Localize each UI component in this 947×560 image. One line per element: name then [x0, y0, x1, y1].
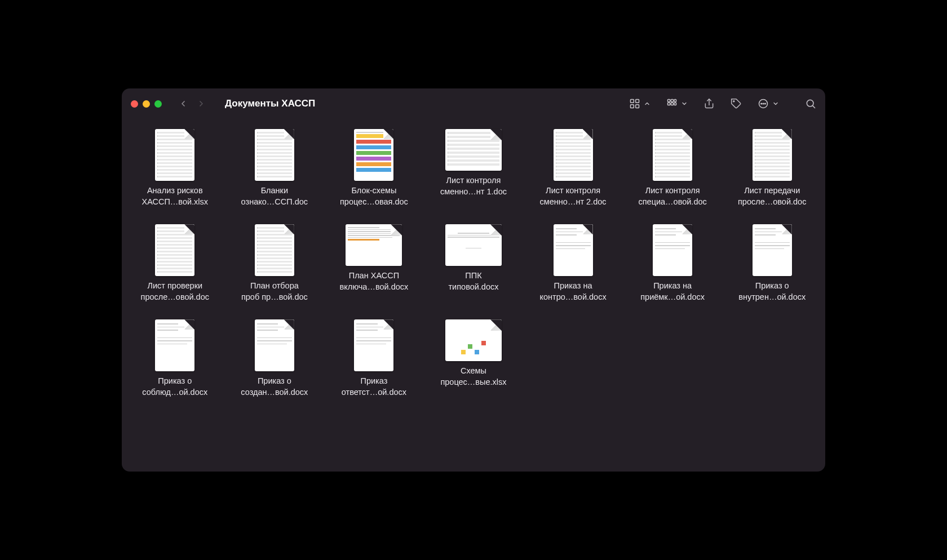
tag-button[interactable] — [731, 96, 742, 112]
svg-line-17 — [813, 106, 815, 108]
file-thumbnail — [653, 224, 692, 276]
svg-point-13 — [761, 103, 762, 104]
file-thumbnail — [554, 129, 593, 181]
svg-rect-1 — [636, 100, 639, 103]
file-item[interactable]: Приказответст…ой.docx — [326, 317, 422, 400]
toolbar-right — [629, 96, 816, 112]
file-item[interactable]: Блок-схемыпроцес…овая.doc — [326, 127, 422, 210]
svg-rect-3 — [636, 105, 639, 108]
file-name: План отборапроб пр…вой.doc — [241, 281, 308, 303]
back-button[interactable] — [175, 96, 191, 112]
file-item[interactable]: Приказ осоздан…вой.docx — [227, 317, 322, 400]
file-name: Лист контролясменно…нт 1.doc — [440, 175, 507, 197]
window-title: Документы ХАССП — [225, 98, 315, 109]
minimize-button[interactable] — [143, 100, 150, 108]
more-actions-button[interactable] — [758, 98, 779, 109]
file-item[interactable]: ППКтиповой.docx — [426, 222, 521, 305]
file-item[interactable]: Приказ наприёмк…ой.docx — [625, 222, 720, 305]
svg-rect-2 — [631, 105, 634, 108]
file-thumbnail — [445, 224, 502, 266]
file-item[interactable]: План ХАССПвключа…вой.docx — [326, 222, 422, 305]
file-thumbnail — [354, 319, 393, 371]
file-name: Лист проверкипросле…овой.doc — [141, 281, 209, 303]
file-thumbnail — [155, 224, 194, 276]
file-item[interactable]: Лист передачипросле…овой.doc — [724, 127, 820, 210]
file-name: Приказ овнутрен…ой.docx — [738, 281, 806, 303]
file-name: ППКтиповой.docx — [448, 270, 498, 292]
svg-rect-7 — [668, 103, 670, 105]
view-mode-button[interactable] — [629, 98, 650, 109]
file-item[interactable]: Лист контролясменно…нт 1.doc — [426, 127, 521, 210]
file-name: Приказ осоздан…вой.docx — [241, 376, 308, 398]
file-item[interactable]: Лист контролясменно…нт 2.doc — [525, 127, 621, 210]
share-button[interactable] — [703, 96, 715, 112]
file-name: Лист контроляспециа…овой.doc — [638, 185, 706, 207]
file-item[interactable]: Схемыпроцес…вые.xlsx — [426, 317, 521, 400]
file-thumbnail — [445, 129, 502, 171]
file-name: Схемыпроцес…вые.xlsx — [440, 366, 506, 388]
file-thumbnail — [554, 224, 593, 276]
fullscreen-button[interactable] — [154, 100, 162, 108]
svg-rect-5 — [671, 100, 673, 102]
svg-rect-9 — [674, 103, 676, 105]
file-thumbnail — [354, 129, 393, 181]
svg-rect-4 — [668, 100, 670, 102]
file-thumbnail — [753, 224, 792, 276]
file-thumbnail — [155, 319, 194, 371]
svg-rect-0 — [631, 100, 634, 103]
file-thumbnail — [445, 319, 502, 361]
group-by-button[interactable] — [666, 98, 688, 109]
file-item[interactable]: Анализ рисковХАССП…вой.xlsx — [127, 127, 223, 210]
file-name: Приказ наприёмк…ой.docx — [640, 281, 705, 303]
file-thumbnail — [653, 129, 692, 181]
file-thumbnail — [155, 129, 194, 181]
forward-button[interactable] — [193, 96, 209, 112]
finder-window: Документы ХАССП — [122, 88, 825, 472]
file-thumbnail — [255, 319, 294, 371]
file-name: Лист передачипросле…овой.doc — [738, 185, 806, 207]
titlebar: Документы ХАССП — [122, 88, 825, 119]
file-grid: Анализ рисковХАССП…вой.xlsxБланкиознако…… — [127, 127, 820, 400]
file-thumbnail — [255, 129, 294, 181]
svg-point-11 — [733, 101, 734, 102]
file-thumbnail — [255, 224, 294, 276]
file-name: Анализ рисковХАССП…вой.xlsx — [141, 185, 208, 207]
file-name: Приказ особлюд…ой.docx — [142, 376, 207, 398]
svg-rect-8 — [671, 103, 673, 105]
file-item[interactable]: Бланкиознако…ССП.doc — [227, 127, 322, 210]
nav-buttons — [175, 96, 209, 112]
file-name: Приказответст…ой.docx — [342, 376, 406, 398]
file-name: Бланкиознако…ССП.doc — [241, 185, 308, 207]
file-name: Приказ наконтро…вой.docx — [539, 281, 606, 303]
content-area: Анализ рисковХАССП…вой.xlsxБланкиознако…… — [122, 119, 825, 472]
file-name: Лист контролясменно…нт 2.doc — [540, 185, 607, 207]
file-name: План ХАССПвключа…вой.docx — [340, 270, 409, 292]
file-item[interactable]: Приказ овнутрен…ой.docx — [724, 222, 820, 305]
svg-point-15 — [765, 103, 766, 104]
file-item[interactable]: План отборапроб пр…вой.doc — [227, 222, 322, 305]
svg-rect-6 — [674, 100, 676, 102]
file-item[interactable]: Лист контроляспециа…овой.doc — [625, 127, 720, 210]
file-name: Блок-схемыпроцес…овая.doc — [340, 185, 408, 207]
svg-point-14 — [763, 103, 764, 104]
traffic-lights — [131, 100, 162, 108]
search-button[interactable] — [805, 96, 816, 112]
svg-point-16 — [807, 100, 813, 106]
file-item[interactable]: Приказ наконтро…вой.docx — [525, 222, 621, 305]
file-thumbnail — [346, 224, 402, 266]
file-thumbnail — [753, 129, 792, 181]
close-button[interactable] — [131, 100, 138, 108]
file-item[interactable]: Лист проверкипросле…овой.doc — [127, 222, 223, 305]
file-item[interactable]: Приказ особлюд…ой.docx — [127, 317, 223, 400]
